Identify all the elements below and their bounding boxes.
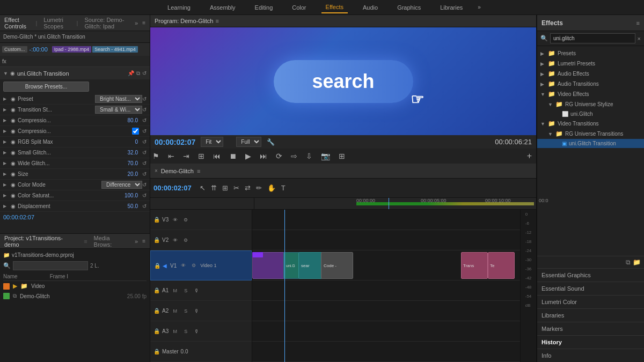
clip-block-1[interactable]: Ipad - 2988.mp4 [52, 46, 92, 53]
lock-a2[interactable]: 🔒 [153, 308, 160, 314]
param-compression-2[interactable]: ▶ ◉ Compressio... ↺ [0, 126, 150, 137]
eye-v1[interactable]: 👁 [179, 263, 187, 268]
param-checkbox-3[interactable] [132, 128, 139, 135]
clip-transition[interactable]: uni.G [283, 252, 299, 279]
eye-v3[interactable]: 👁 [171, 217, 179, 223]
fx-new-folder-icon[interactable]: 📁 [633, 258, 641, 266]
media-browser-tab[interactable]: Media Brows: [94, 235, 129, 248]
sync-v2[interactable]: ⚙ [181, 238, 190, 243]
effect-pin-icon[interactable]: 📌 [128, 70, 134, 77]
param-reset-9[interactable]: ↺ [142, 193, 147, 198]
mic-a1[interactable]: 🎙 [192, 288, 201, 293]
fx-audio-transitions[interactable]: ▶ 📁 Audio Transitions [537, 79, 644, 89]
proj-expand[interactable]: » [135, 238, 138, 245]
mute-a3[interactable]: M [171, 329, 179, 334]
tl-pen-tool[interactable]: ✏ [254, 182, 264, 194]
fx-markers[interactable]: Markers [537, 322, 644, 335]
param-value-7[interactable]: 20.0 [128, 171, 138, 177]
tl-ripple-tool[interactable]: ⇈ [209, 182, 218, 194]
param-value-4[interactable]: 0 [135, 139, 138, 145]
param-color-mode[interactable]: ▶ ◉ Color Mode Difference ↺ [0, 180, 150, 190]
nav-audio[interactable]: Audio [358, 2, 382, 13]
fx-essential-graphics[interactable]: Essential Graphics [537, 268, 644, 282]
program-menu-icon[interactable]: ≡ [215, 18, 218, 24]
insert-button[interactable]: ⇨ [289, 151, 299, 161]
param-value-5[interactable]: 32.0 [128, 150, 138, 156]
tl-close-icon[interactable]: × [155, 168, 158, 174]
effect-controls-body[interactable]: Custom... -:00:00 Ipad - 2988.mp4 Search… [0, 43, 150, 233]
custom-btn[interactable]: Custom... [2, 46, 27, 53]
fx-search-input[interactable] [550, 33, 635, 43]
fx-rg-stylize[interactable]: ▼ 📁 RG Universe Stylize [537, 99, 644, 109]
add-button[interactable]: + [527, 151, 532, 161]
fx-essential-sound[interactable]: Essential Sound [537, 282, 644, 295]
clip-v1-trans[interactable]: Trans [461, 252, 488, 279]
param-dropdown-0[interactable]: Bright Nast... [95, 95, 142, 103]
source-tab[interactable]: Source: Demo-Glitch: Ipad [84, 17, 129, 29]
fit-dropdown[interactable]: Fit [201, 137, 223, 147]
param-preset[interactable]: ▶ ◉ Preset Bright Nast... ↺ [0, 94, 150, 105]
param-reset-10[interactable]: ↺ [142, 203, 147, 209]
tl-select-tool[interactable]: ↖ [198, 182, 207, 194]
lock-a3[interactable]: 🔒 [153, 328, 160, 334]
param-compression-1[interactable]: ▶ ◉ Compressio... 80.0 ↺ [0, 115, 150, 126]
nav-more-icon[interactable]: » [478, 4, 481, 10]
clip-v1-te[interactable]: Te [488, 252, 515, 279]
fx-lumetri-color[interactable]: Lumetri Color [537, 295, 644, 308]
nav-assembly[interactable]: Assembly [206, 2, 240, 13]
nav-effects[interactable]: Effects [321, 2, 348, 13]
timeline-tab[interactable]: Demo-Glitch [161, 168, 194, 174]
fx-presets[interactable]: ▶ 📁 Presets [537, 48, 644, 58]
lock-master[interactable]: 🔒 [153, 349, 160, 354]
param-reset-1[interactable]: ↺ [142, 107, 147, 113]
export-frame-button[interactable]: 📷 [319, 151, 332, 161]
nav-learning[interactable]: Learning [163, 2, 195, 13]
eye-v2[interactable]: 👁 [171, 238, 179, 243]
loop-button[interactable]: ⟳ [274, 151, 284, 161]
fx-libraries[interactable]: Libraries [537, 308, 644, 322]
fx-copy-icon[interactable]: ⧉ [626, 258, 631, 266]
mic-a2[interactable]: 🎙 [192, 308, 201, 314]
param-wide-glitch[interactable]: ▶ ◉ Wide Glitch... 70.0 ↺ [0, 158, 150, 169]
param-reset-7[interactable]: ↺ [142, 171, 147, 177]
param-reset-6[interactable]: ↺ [142, 160, 147, 166]
fx-lumetri-presets[interactable]: ▶ 📁 Lumetri Presets [537, 58, 644, 69]
sync-v1[interactable]: ⚙ [189, 263, 198, 268]
param-value-9[interactable]: 100.0 [125, 193, 138, 198]
nav-color[interactable]: Color [288, 2, 310, 13]
proj-search-input[interactable] [13, 261, 88, 270]
effect-reset-icon[interactable]: ↺ [142, 70, 147, 77]
fx-clear-icon[interactable]: × [638, 35, 641, 42]
stop-button[interactable]: ⏹ [227, 151, 239, 161]
fx-audio-effects[interactable]: ▶ 📁 Audio Effects [537, 69, 644, 79]
quality-dropdown[interactable]: Full [236, 137, 261, 147]
tc-current[interactable]: 00:00:02:07 [155, 138, 195, 146]
effects-menu-icon[interactable]: ≡ [636, 20, 640, 26]
effect-copy-icon[interactable]: ⧉ [136, 70, 140, 77]
program-tab[interactable]: Program: Demo-Glitch [155, 18, 213, 24]
param-displacement[interactable]: ▶ ◉ Displacement 50.0 ↺ [0, 201, 150, 212]
tl-slip-tool[interactable]: ⇄ [243, 182, 252, 194]
param-value-6[interactable]: 70.0 [128, 160, 138, 166]
lock-v3[interactable]: 🔒 [153, 217, 160, 223]
wrench-icon[interactable]: 🔧 [267, 138, 275, 146]
mic-a3[interactable]: 🎙 [192, 329, 201, 334]
param-transition-style[interactable]: ▶ ◉ Transition St... Small & Wi... ↺ [0, 105, 150, 115]
overwrite-button[interactable]: ⇩ [304, 151, 314, 161]
fx-video-transitions[interactable]: ▼ 📁 Video Transitions [537, 119, 644, 129]
param-size[interactable]: ▶ ◉ Size 20.0 ↺ [0, 169, 150, 180]
param-small-glitch[interactable]: ▶ ◉ Small Glitch... 32.0 ↺ [0, 147, 150, 158]
fx-info[interactable]: Info [537, 349, 644, 362]
sync-v3[interactable]: ⚙ [181, 217, 190, 223]
fx-rg-transitions[interactable]: ▼ 📁 RG Universe Transitions [537, 129, 644, 139]
add-edit-button[interactable]: ⊞ [196, 151, 207, 161]
lock-v2[interactable]: 🔒 [153, 237, 160, 243]
proj-item-demoglitch[interactable]: ⧉ Demo-Glitch 25.00 fp [3, 291, 147, 301]
out-point-button[interactable]: ⇥ [181, 151, 192, 161]
lumetri-scopes-tab[interactable]: Lumetri Scopes [43, 17, 70, 29]
clip-v1-code[interactable]: Code - [321, 252, 353, 279]
tl-track-select[interactable]: ⊞ [221, 182, 230, 194]
param-dropdown-1[interactable]: Small & Wi... [95, 106, 142, 114]
param-reset-2[interactable]: ↺ [142, 117, 147, 123]
mute-a2[interactable]: M [171, 308, 179, 314]
